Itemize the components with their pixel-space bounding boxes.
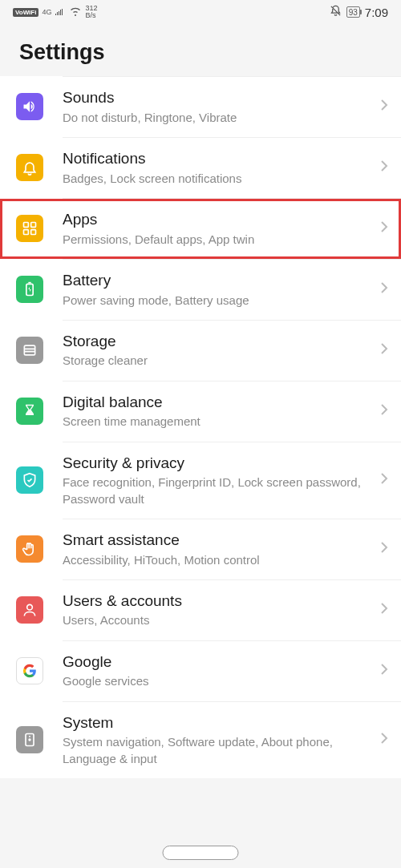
header: Settings bbox=[0, 24, 401, 76]
item-title: Digital balance bbox=[63, 393, 374, 413]
sound-icon bbox=[16, 93, 43, 120]
google-icon bbox=[16, 657, 43, 684]
grid-icon bbox=[16, 215, 43, 242]
settings-item-smart[interactable]: Smart assistanceAccessibility, HiTouch, … bbox=[0, 519, 401, 579]
network-type: 4G bbox=[42, 9, 51, 16]
chevron-right-icon bbox=[380, 342, 388, 358]
item-title: Users & accounts bbox=[63, 591, 374, 612]
item-text: Smart assistanceAccessibility, HiTouch, … bbox=[63, 531, 374, 568]
item-text: Security & privacyFace recognition, Fing… bbox=[63, 454, 374, 507]
settings-item-google[interactable]: GoogleGoogle services bbox=[0, 641, 401, 701]
user-icon bbox=[16, 596, 43, 624]
battery-icon: 93 bbox=[346, 6, 360, 18]
item-subtitle: Accessibility, HiTouch, Motion control bbox=[63, 552, 374, 568]
item-subtitle: Screen time management bbox=[63, 414, 374, 430]
status-right: 93 7:09 bbox=[330, 5, 388, 19]
page-title: Settings bbox=[19, 40, 382, 65]
clock: 7:09 bbox=[365, 6, 388, 19]
signal-icon bbox=[55, 6, 66, 18]
item-title: Security & privacy bbox=[63, 454, 374, 474]
svg-rect-5 bbox=[24, 345, 34, 355]
settings-item-users[interactable]: Users & accountsUsers, Accounts bbox=[0, 580, 401, 640]
item-title: Smart assistance bbox=[63, 531, 374, 551]
settings-item-battery[interactable]: BatteryPower saving mode, Battery usage bbox=[0, 260, 401, 320]
chevron-right-icon bbox=[380, 472, 388, 488]
data-unit: B/s bbox=[85, 11, 95, 19]
svg-rect-3 bbox=[31, 230, 36, 235]
settings-item-storage[interactable]: StorageStorage cleaner bbox=[0, 321, 401, 381]
item-title: Apps bbox=[63, 210, 374, 230]
item-title: Battery bbox=[63, 271, 374, 291]
nav-pill[interactable] bbox=[163, 846, 239, 860]
bell-icon bbox=[16, 154, 43, 181]
item-text: SystemSystem navigation, Software update… bbox=[63, 713, 374, 767]
item-subtitle: Do not disturb, Ringtone, Vibrate bbox=[63, 110, 374, 126]
item-text: SoundsDo not disturb, Ringtone, Vibrate bbox=[63, 88, 374, 126]
svg-point-6 bbox=[27, 605, 33, 611]
shield-icon bbox=[16, 466, 43, 494]
item-subtitle: Users, Accounts bbox=[63, 612, 374, 628]
settings-item-security[interactable]: Security & privacyFace recognition, Fing… bbox=[0, 442, 401, 519]
status-bar: VoWiFi 4G 312 B/s 93 7:09 bbox=[0, 0, 401, 24]
item-title: Google bbox=[63, 652, 374, 672]
item-subtitle: Power saving mode, Battery usage bbox=[63, 293, 374, 309]
chevron-right-icon bbox=[380, 732, 388, 748]
mute-icon bbox=[330, 5, 342, 19]
settings-item-system[interactable]: SystemSystem navigation, Software update… bbox=[0, 702, 401, 778]
settings-item-sounds[interactable]: SoundsDo not disturb, Ringtone, Vibrate bbox=[0, 77, 401, 137]
item-text: Digital balanceScreen time management bbox=[63, 393, 374, 430]
system-icon bbox=[16, 726, 43, 753]
item-title: System bbox=[63, 713, 374, 733]
battery-icon bbox=[16, 276, 43, 303]
hand-icon bbox=[16, 535, 43, 563]
chevron-right-icon bbox=[380, 403, 388, 419]
svg-rect-2 bbox=[24, 230, 29, 235]
item-text: Users & accountsUsers, Accounts bbox=[63, 591, 374, 629]
item-text: AppsPermissions, Default apps, App twin bbox=[63, 210, 374, 248]
item-subtitle: Face recognition, Fingerprint ID, Lock s… bbox=[63, 474, 374, 507]
storage-icon bbox=[16, 337, 43, 364]
item-text: StorageStorage cleaner bbox=[63, 332, 374, 369]
settings-item-notifications[interactable]: NotificationsBadges, Lock screen notific… bbox=[0, 138, 401, 198]
svg-rect-1 bbox=[31, 223, 36, 228]
chevron-right-icon bbox=[380, 663, 388, 679]
chevron-right-icon bbox=[380, 541, 388, 557]
item-subtitle: Google services bbox=[63, 673, 374, 689]
item-text: NotificationsBadges, Lock screen notific… bbox=[63, 149, 374, 187]
item-subtitle: System navigation, Software update, Abou… bbox=[63, 734, 374, 767]
item-title: Storage bbox=[63, 332, 374, 352]
item-subtitle: Storage cleaner bbox=[63, 353, 374, 369]
settings-item-apps[interactable]: AppsPermissions, Default apps, App twin bbox=[0, 199, 401, 259]
settings-item-digital[interactable]: Digital balanceScreen time management bbox=[0, 382, 401, 442]
item-subtitle: Badges, Lock screen notifications bbox=[63, 171, 374, 187]
item-title: Notifications bbox=[63, 149, 374, 169]
status-left: VoWiFi 4G 312 B/s bbox=[13, 5, 98, 19]
hourglass-icon bbox=[16, 398, 43, 425]
wifi-icon bbox=[69, 6, 82, 18]
vowifi-icon: VoWiFi bbox=[13, 8, 38, 17]
chevron-right-icon bbox=[380, 220, 388, 236]
chevron-right-icon bbox=[380, 281, 388, 297]
chevron-right-icon bbox=[380, 159, 388, 176]
item-subtitle: Permissions, Default apps, App twin bbox=[63, 232, 374, 248]
chevron-right-icon bbox=[380, 602, 388, 618]
chevron-right-icon bbox=[380, 99, 388, 115]
svg-point-8 bbox=[29, 739, 30, 741]
svg-rect-0 bbox=[24, 223, 29, 228]
item-text: BatteryPower saving mode, Battery usage bbox=[63, 271, 374, 309]
item-text: GoogleGoogle services bbox=[63, 652, 374, 690]
item-title: Sounds bbox=[63, 88, 374, 108]
settings-list: SoundsDo not disturb, Ringtone, VibrateN… bbox=[0, 76, 401, 778]
